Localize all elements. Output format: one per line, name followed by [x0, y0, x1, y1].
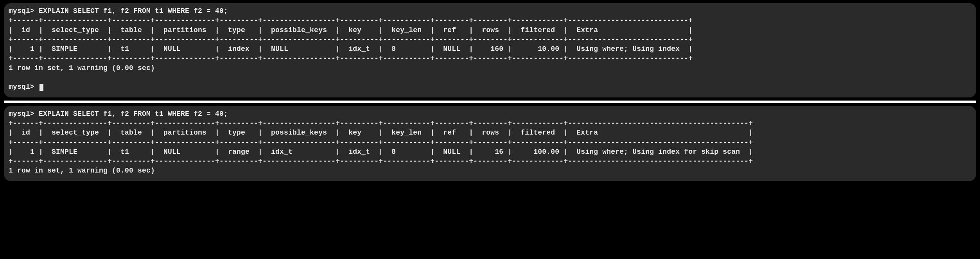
table-border: +------+---------------+---------+------… — [9, 138, 971, 147]
query-text: EXPLAIN SELECT f1, f2 FROM t1 WHERE f2 =… — [34, 7, 228, 15]
table-border: +------+---------------+---------+------… — [9, 119, 971, 128]
table-border: +------+---------------+---------+------… — [9, 54, 971, 63]
prompt-line[interactable]: mysql> — [9, 82, 971, 92]
cursor-icon — [39, 84, 43, 91]
table-border: +------+---------------+---------+------… — [9, 35, 971, 44]
panel-divider — [4, 101, 976, 103]
status-line: 1 row in set, 1 warning (0.00 sec) — [9, 63, 971, 73]
table-row: | 1 | SIMPLE | t1 | NULL | index | NULL … — [9, 44, 971, 54]
status-line: 1 row in set, 1 warning (0.00 sec) — [9, 166, 971, 175]
query-text: EXPLAIN SELECT f1, f2 FROM t1 WHERE f2 =… — [34, 110, 228, 118]
table-row: | 1 | SIMPLE | t1 | NULL | range | idx_t… — [9, 147, 971, 156]
prompt: mysql> — [9, 83, 39, 91]
table-border: +------+---------------+---------+------… — [9, 156, 971, 166]
table-header-row: | id | select_type | table | partitions … — [9, 25, 971, 35]
terminal-panel-0[interactable]: mysql> EXPLAIN SELECT f1, f2 FROM t1 WHE… — [4, 3, 976, 97]
terminal-panel-1[interactable]: mysql> EXPLAIN SELECT f1, f2 FROM t1 WHE… — [4, 106, 976, 181]
prompt: mysql> — [9, 110, 34, 118]
table-border: +------+---------------+---------+------… — [9, 16, 971, 25]
query-line: mysql> EXPLAIN SELECT f1, f2 FROM t1 WHE… — [9, 109, 971, 119]
blank-line — [9, 73, 971, 82]
table-header-row: | id | select_type | table | partitions … — [9, 128, 971, 137]
query-line: mysql> EXPLAIN SELECT f1, f2 FROM t1 WHE… — [9, 6, 971, 16]
prompt: mysql> — [9, 7, 34, 15]
